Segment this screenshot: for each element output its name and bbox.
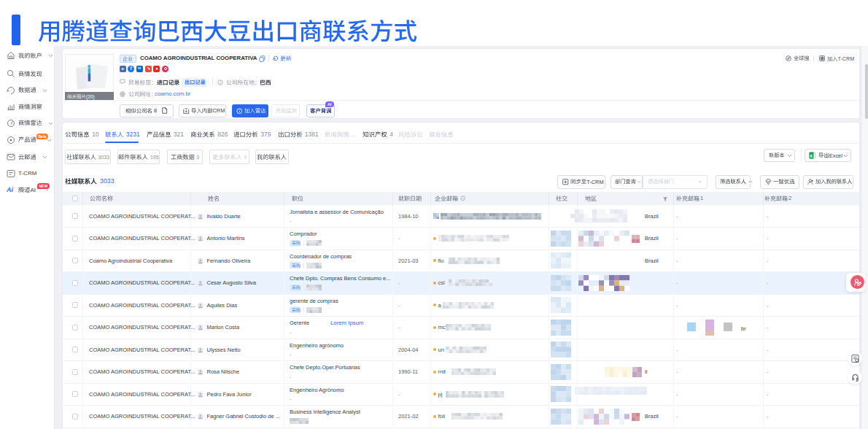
svg-text:x: x bbox=[810, 153, 813, 158]
